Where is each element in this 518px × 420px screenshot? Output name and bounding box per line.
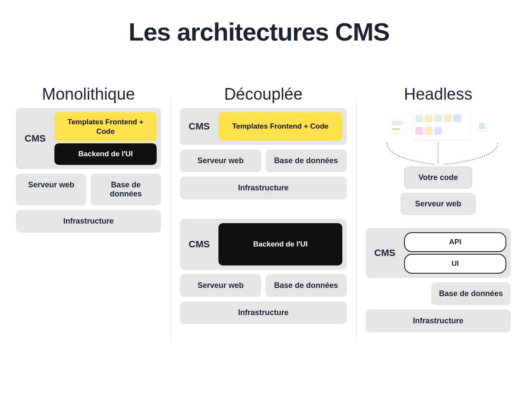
db-box-headless: Base de données — [431, 282, 511, 305]
thumb-grid-center — [413, 112, 469, 140]
col-title-headless: Headless — [366, 85, 511, 104]
templates-box-mono: Templates Frontend + Code — [54, 112, 157, 142]
infra-box-mono: Infrastructure — [16, 210, 161, 233]
cms-label-headless: CMS — [370, 247, 400, 259]
web-box-decoupled-2: Serveur web — [180, 274, 261, 297]
page-title: Les architectures CMS — [6, 17, 512, 46]
web-box-decoupled-1: Serveur web — [180, 149, 261, 172]
frontends-thumbnails — [366, 109, 511, 143]
column-decouplee: Découplée CMS Templates Frontend + Code … — [171, 85, 356, 337]
cms-group-decoupled-bottom: CMS Backend de l'UI — [180, 219, 347, 270]
infra-box-decoupled-2: Infrastructure — [180, 301, 347, 324]
web-box-mono: Serveur web — [16, 174, 86, 205]
thumb-card-left — [390, 119, 405, 133]
col-title-monolithique: Monolithique — [16, 85, 161, 104]
templates-box-decoupled: Templates Frontend + Code — [218, 112, 342, 141]
cms-label-decoupled-top: CMS — [184, 121, 214, 132]
connector-lines — [366, 145, 511, 167]
cms-group-headless: CMS API UI — [366, 228, 511, 278]
db-box-mono: Base de données — [91, 174, 161, 205]
column-monolithique: Monolithique CMS Templates Frontend + Co… — [6, 85, 171, 337]
column-headless: Headless — [356, 85, 518, 337]
db-box-decoupled-1: Base de données — [265, 149, 347, 172]
infra-box-decoupled-1: Infrastructure — [180, 177, 347, 199]
columns-wrapper: Monolithique CMS Templates Frontend + Co… — [6, 85, 512, 337]
api-box-headless: API — [404, 232, 506, 252]
cms-label-decoupled-bottom: CMS — [184, 239, 214, 250]
cms-group-mono: CMS Templates Frontend + Code Backend de… — [16, 108, 161, 169]
ui-box-headless: UI — [404, 254, 506, 274]
thumb-card-right — [477, 121, 486, 131]
cms-group-decoupled-top: CMS Templates Frontend + Code — [180, 108, 347, 145]
col-title-decouplee: Découplée — [180, 85, 347, 104]
cms-label-mono: CMS — [20, 133, 50, 144]
web-box-headless: Serveur web — [401, 193, 475, 215]
db-box-decoupled-2: Base de données — [265, 274, 347, 297]
backend-box-mono: Backend de l'UI — [54, 143, 157, 165]
infra-box-headless: Infrastructure — [366, 309, 511, 332]
backend-box-decoupled: Backend de l'UI — [218, 223, 342, 265]
